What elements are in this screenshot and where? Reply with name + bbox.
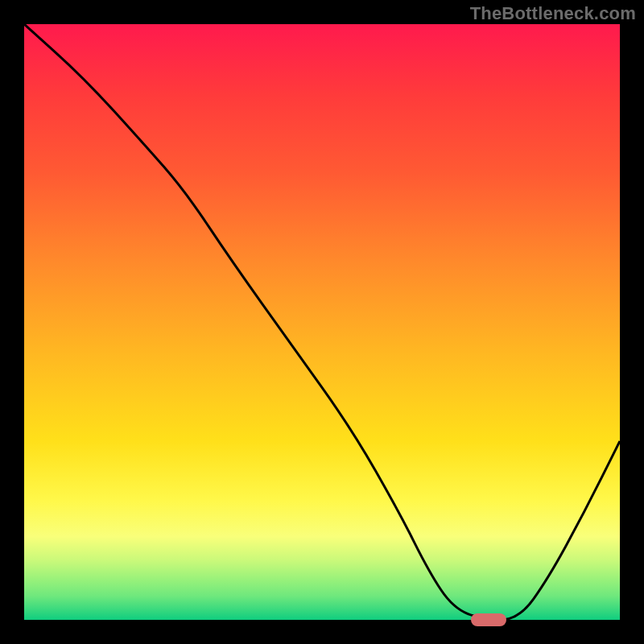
chart-marker bbox=[471, 613, 506, 626]
chart-plot-area bbox=[24, 24, 620, 620]
watermark-text: TheBottleneck.com bbox=[470, 3, 636, 24]
chart-frame: TheBottleneck.com bbox=[0, 0, 644, 644]
